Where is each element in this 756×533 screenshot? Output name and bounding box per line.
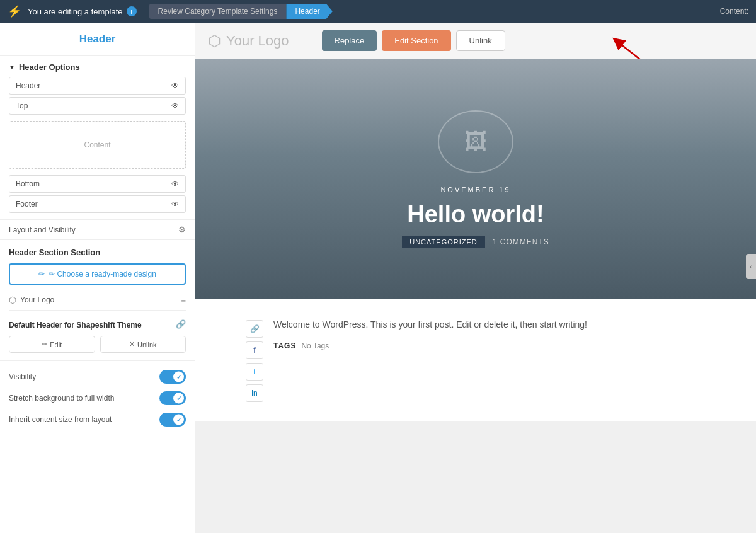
logo-area: ⬡ Your Logo [208,32,289,50]
sidebar: Header ▼ Header Options Header 👁 Top 👁 C… [0,23,195,533]
post-text-content: Welcome to WordPress. This is your first… [273,318,718,350]
header-action-buttons: Replace Edit Section Unlink [322,30,505,51]
share-icons: 🔗 f t in [246,320,263,402]
header-option-bottom-label: Bottom [16,180,40,188]
tags-label: TAGS [273,341,296,350]
unlink-label: Unlink [137,341,157,348]
template-notice-text: You are editing a template [28,7,123,16]
sidebar-title: Header [0,23,195,56]
header-section-title: Header Section Section [9,248,186,257]
eye-icon-top[interactable]: 👁 [171,101,179,110]
header-option-header-label: Header [16,81,40,90]
top-bar-content-label: Content: [720,7,748,16]
choose-design-button[interactable]: ✏ ✏ Choose a ready-made design [9,263,186,285]
hero-section: 🖼 NOVEMBER 19 Hello world! UNCATEGORIZED… [195,59,756,299]
design-item-label: Your Logo [20,295,54,304]
design-item-left: ⬡ Your Logo [9,295,54,305]
edit-icon: ✏ [42,340,47,348]
unlink-icon: ✕ [129,340,135,348]
header-section-section: Header Section Section ✏ ✏ Choose a read… [0,239,195,360]
design-item-menu-icon[interactable]: ≡ [181,295,186,305]
content-area: ⬡ Your Logo Replace Edit Section Unlink [195,23,756,533]
preview-header-bar: ⬡ Your Logo Replace Edit Section Unlink [195,23,756,59]
preview-main: 🖼 NOVEMBER 19 Hello world! UNCATEGORIZED… [195,59,756,533]
hero-image-placeholder: 🖼 [438,110,513,173]
collapse-arrow[interactable]: ▼ [9,64,15,71]
hero-category: UNCATEGORIZED [402,236,485,248]
eye-icon-footer[interactable]: 👁 [171,200,179,209]
tags-row: TAGS No Tags [273,341,718,350]
eye-icon-bottom[interactable]: 👁 [171,180,179,188]
sidebar-toggles: Visibility Stretch background to full wi… [0,360,195,435]
design-actions: ✏ Edit ✕ Unlink [9,336,186,353]
design-item-icon: ⬡ [9,295,16,305]
header-option-header[interactable]: Header 👁 [9,77,186,95]
design-item: ⬡ Your Logo ≡ [9,290,186,311]
share-facebook-button[interactable]: f [246,341,263,359]
header-options-header: ▼ Header Options [9,62,186,72]
section-options: Header 👁 Top 👁 Content Bottom 👁 Footer 👁 [9,77,186,213]
content-box-label: Content [84,140,110,149]
header-option-top[interactable]: Top 👁 [9,97,186,115]
header-option-top-label: Top [16,101,28,110]
content-box: Content [9,121,186,169]
toggle-inherit-switch[interactable] [159,413,186,427]
toggle-visibility-label: Visibility [9,372,36,381]
share-twitter-button[interactable]: t [246,363,263,381]
hero-date: NOVEMBER 19 [440,186,510,193]
layout-visibility-label: Layout and Visibility [9,226,76,234]
info-icon[interactable]: i [127,6,137,16]
unlink-button[interactable]: Unlink [456,30,505,51]
toggle-visibility: Visibility [9,370,186,384]
toggle-stretch-label: Stretch background to full width [9,394,114,403]
template-notice: You are editing a template i [28,6,137,16]
post-content: 🔗 f t in Welcome to WordPress. This is y… [195,299,756,421]
replace-button[interactable]: Replace [322,30,377,51]
design-name: Default Header for Shapeshift Theme [9,321,142,332]
edit-label: Edit [50,341,62,348]
breadcrumb: Review Category Template Settings Header [149,4,333,19]
toggle-inherit-label: Inherit content size from layout [9,415,112,424]
design-link-icon[interactable]: 🔗 [176,319,186,329]
app-logo: ⚡ [8,4,21,18]
toggle-visibility-switch[interactable] [159,370,186,384]
share-link-icon[interactable]: 🔗 [246,320,263,338]
header-option-footer[interactable]: Footer 👁 [9,195,186,213]
post-excerpt: Welcome to WordPress. This is your first… [273,318,718,331]
breadcrumb-review[interactable]: Review Category Template Settings [149,4,287,19]
eye-icon-header[interactable]: 👁 [171,81,179,90]
edit-section-button[interactable]: Edit Section [382,30,450,51]
header-options-section: ▼ Header Options Header 👁 Top 👁 Content … [0,56,195,219]
hero-tags: UNCATEGORIZED 1 COMMENTS [402,236,549,248]
layout-visibility-row: Layout and Visibility ⚙ [0,219,195,239]
header-option-footer-label: Footer [16,200,38,209]
breadcrumb-header[interactable]: Header [286,4,332,19]
toggle-stretch-switch[interactable] [159,391,186,405]
tags-value: No Tags [301,341,329,350]
hero-title: Hello world! [407,201,544,228]
gear-icon[interactable]: ⚙ [178,225,186,234]
share-linkedin-button[interactable]: in [246,384,263,402]
unlink-design-button[interactable]: ✕ Unlink [100,336,186,353]
choose-design-label: ✏ Choose a ready-made design [49,270,156,278]
hero-image-icon: 🖼 [464,129,487,155]
main-layout: Header ▼ Header Options Header 👁 Top 👁 C… [0,23,756,533]
toggle-stretch: Stretch background to full width [9,391,186,405]
logo-text: Your Logo [226,33,289,49]
choose-design-icon: ✏ [38,270,45,278]
collapse-handle[interactable]: ‹ [746,254,756,279]
toggle-inherit: Inherit content size from layout [9,413,186,427]
hero-comments: 1 COMMENTS [493,238,549,246]
header-options-label: Header Options [19,62,80,72]
logo-icon: ⬡ [208,32,221,50]
top-bar: ⚡ You are editing a template i Review Ca… [0,0,756,23]
edit-design-button[interactable]: ✏ Edit [9,336,95,353]
header-option-bottom[interactable]: Bottom 👁 [9,175,186,193]
